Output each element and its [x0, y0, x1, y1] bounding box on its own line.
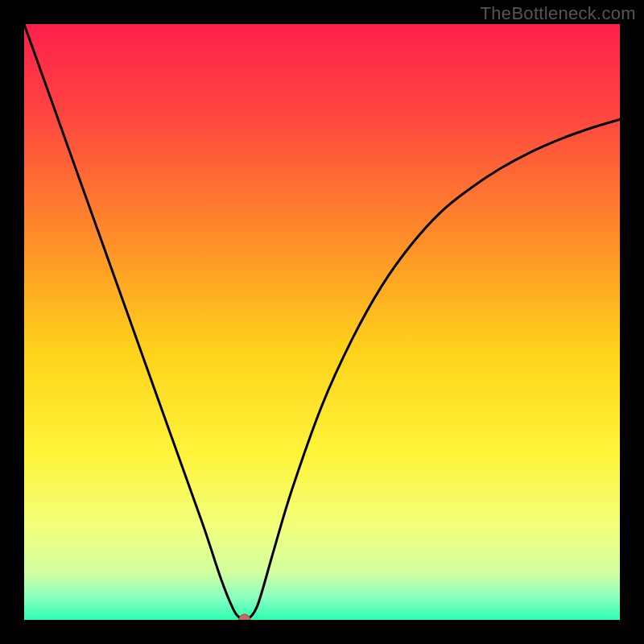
chart-frame: TheBottleneck.com	[0, 0, 644, 644]
plot-area	[24, 24, 620, 620]
bottleneck-chart	[24, 24, 620, 620]
gradient-background	[24, 24, 620, 620]
watermark-label: TheBottleneck.com	[481, 3, 636, 24]
